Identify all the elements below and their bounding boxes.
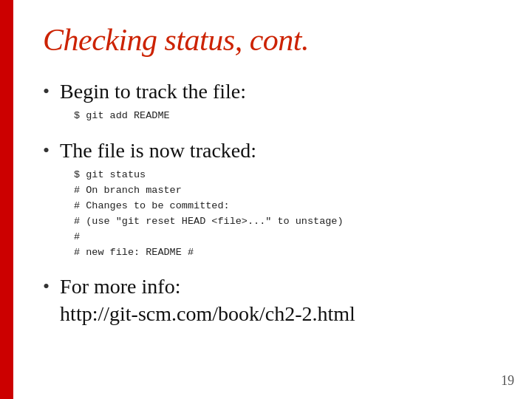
code-block-2: $ git status # On branch master # Change… (74, 168, 502, 261)
bullet-label-2: The file is now tracked: (60, 137, 256, 163)
bullet-dot-2: • (43, 139, 50, 162)
bullet-item-1: • Begin to track the file: (43, 78, 502, 104)
slide-title: Checking status, cont. (43, 22, 502, 58)
red-bar (0, 0, 13, 399)
bullet-section-2: • The file is now tracked: $ git status … (43, 137, 502, 261)
code-line-2-3: # (use "git reset HEAD <file>..." to uns… (74, 214, 502, 230)
code-block-1: $ git add README (74, 109, 502, 124)
bullet-item-3: • For more info: http://git-scm.com/book… (43, 273, 502, 327)
slide-content: Checking status, cont. • Begin to track … (13, 0, 532, 399)
code-line-1-0: $ git add README (74, 109, 502, 124)
bullet-dot-1: • (43, 80, 50, 103)
bullet-label-3: For more info: http://git-scm.com/book/c… (60, 273, 355, 327)
bullet-dot-3: • (43, 275, 50, 298)
code-line-2-2: # Changes to be committed: (74, 199, 502, 214)
code-line-2-4: # (74, 230, 502, 245)
bullet-item-2: • The file is now tracked: (43, 137, 502, 163)
bullet-label-3-line2: http://git-scm.com/book/ch2-2.html (60, 302, 355, 325)
code-line-2-1: # On branch master (74, 183, 502, 199)
page-number: 19 (501, 373, 514, 389)
code-line-2-0: $ git status (74, 168, 502, 183)
code-line-2-5: # new file: README # (74, 245, 502, 261)
bullet-label-3-line1: For more info: (60, 275, 180, 298)
bullet-label-1: Begin to track the file: (60, 78, 246, 104)
bullet-section-1: • Begin to track the file: $ git add REA… (43, 78, 502, 124)
bullet-section-3: • For more info: http://git-scm.com/book… (43, 273, 502, 327)
